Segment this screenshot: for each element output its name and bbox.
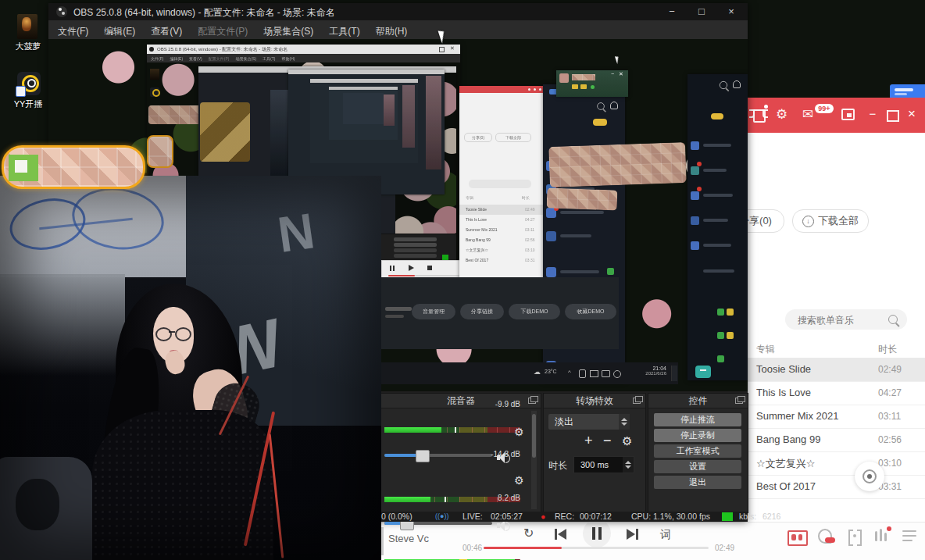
- shape: [857, 530, 862, 546]
- playlist-icon[interactable]: [902, 530, 916, 541]
- audio-device-icon[interactable]: [848, 530, 861, 543]
- mute-speaker-icon[interactable]: [497, 520, 509, 531]
- shape: [534, 88, 536, 91]
- mini-mode-icon[interactable]: [841, 109, 855, 120]
- menu-scene-collection[interactable]: 场景集合(S): [263, 25, 313, 38]
- close-icon: ✕: [619, 71, 623, 77]
- shape: [560, 270, 599, 273]
- player-maximize-button[interactable]: [887, 110, 899, 122]
- popout-icon[interactable]: [735, 398, 743, 404]
- download-all-label: 下载全部: [818, 214, 859, 228]
- previous-track-button[interactable]: [555, 529, 567, 540]
- next-track-button[interactable]: [627, 529, 639, 540]
- mixer-ch2-volume-slider[interactable]: [384, 522, 492, 525]
- sound-quality-seal-icon[interactable]: [788, 530, 808, 546]
- mini-time: 02:56: [525, 237, 535, 242]
- obs-maximize-button[interactable]: □: [688, 3, 715, 20]
- tray-icon: [590, 370, 598, 377]
- menu-edit[interactable]: 编辑(E): [104, 25, 135, 38]
- settings-button[interactable]: 设置: [654, 460, 741, 473]
- menu-file[interactable]: 文件(F): [58, 25, 88, 38]
- shape: [621, 418, 627, 421]
- pause-button[interactable]: [583, 519, 611, 548]
- mixer-ch1-settings-icon[interactable]: ⚙: [514, 426, 524, 438]
- stop-streaming-button[interactable]: 停止推流: [654, 413, 741, 426]
- menu-item: 编辑(E): [170, 56, 183, 61]
- desktop-icon-diablo[interactable]: 大菠萝: [6, 14, 50, 61]
- mini-pill: 下载全部: [495, 133, 531, 142]
- mail-icon[interactable]: ✉: [802, 106, 813, 123]
- obs-close-button[interactable]: ×: [718, 3, 745, 20]
- scrollbar-thumb[interactable]: [532, 414, 536, 458]
- select-spinner[interactable]: [619, 414, 630, 430]
- mini-pill: 分享(0): [464, 133, 492, 142]
- mini-col: 时长: [522, 195, 530, 200]
- locate-current-song-button[interactable]: [855, 462, 884, 491]
- player-close-button[interactable]: ×: [902, 105, 921, 123]
- avatar: [546, 231, 556, 241]
- menu-tools[interactable]: 工具(T): [329, 25, 359, 38]
- vip-chip: [580, 84, 587, 89]
- mixer-ch2-db: -14.8 dB: [381, 450, 520, 458]
- song-row[interactable]: Bang Bang 99 02:56: [741, 428, 925, 452]
- menu-help[interactable]: 帮助(H): [376, 25, 408, 38]
- menu-view[interactable]: 查看(V): [151, 25, 182, 38]
- search-icon[interactable]: [888, 315, 898, 324]
- lyrics-toggle[interactable]: 词: [660, 528, 671, 542]
- controls-dock-titlebar[interactable]: 控件: [648, 394, 748, 408]
- song-row[interactable]: Toosie Slide 02:49: [741, 358, 925, 382]
- play-mode-icon[interactable]: ↻: [523, 526, 534, 540]
- shape: [625, 465, 631, 469]
- green-status-square: [442, 255, 448, 260]
- rec-label: REC:: [555, 512, 574, 522]
- menu-profile[interactable]: 配置文件(P): [198, 25, 248, 38]
- song-row[interactable]: Best Of 2017 03:31: [741, 475, 925, 499]
- player-minimize-button[interactable]: −: [862, 105, 884, 123]
- studio-mode-button[interactable]: 工作室模式: [654, 444, 741, 458]
- titlebar: [310, 79, 418, 83]
- exit-button[interactable]: 退出: [654, 476, 741, 489]
- mixer-scrollbar[interactable]: [531, 411, 537, 509]
- obs-logo-icon: [149, 47, 154, 52]
- desktop-icon-yy[interactable]: YY开播: [6, 72, 50, 119]
- now-playing-title[interactable]: Steve Vc: [388, 533, 429, 544]
- sound-effect-icon[interactable]: [818, 529, 835, 544]
- captured-taskbar: ☁ 23°C ^ 21:04 2021/6/26: [380, 362, 678, 384]
- song-title: Best Of 2017: [756, 480, 816, 492]
- duration-field[interactable]: 300 ms: [573, 456, 634, 473]
- mixer-ch3-db: 8.2 dB: [381, 494, 520, 502]
- pause-icon: [390, 266, 391, 271]
- remove-transition-button[interactable]: −: [603, 433, 612, 449]
- transitions-dock-titlebar[interactable]: 转场特效: [544, 394, 645, 408]
- settings-gear-icon[interactable]: ⚙: [776, 106, 788, 123]
- menu-item: 工具(T): [262, 56, 275, 61]
- shape: [703, 169, 727, 172]
- obs-minimize-button[interactable]: −: [659, 3, 685, 20]
- transition-select[interactable]: 淡出: [548, 414, 630, 430]
- vip-badge: [717, 355, 724, 362]
- menu-item: 文件(F): [151, 56, 163, 61]
- popout-icon[interactable]: [633, 398, 641, 404]
- pill-label: 下载DEMO: [521, 309, 548, 314]
- song-row[interactable]: Summer Mix 2021 03:11: [741, 405, 925, 429]
- cpu-fps: CPU: 1.1%, 30.00 fps: [631, 512, 710, 522]
- obs-titlebar[interactable]: OBS 25.0.8 (64-bit, windows) - 配置文件: 未命名…: [48, 3, 748, 20]
- add-transition-button[interactable]: +: [584, 433, 593, 449]
- playlist-search[interactable]: [785, 309, 907, 330]
- shape: [703, 194, 733, 197]
- mini-song: Summer Mix 2021: [466, 227, 498, 232]
- song-row[interactable]: ☆文艺复兴☆ 03:10: [741, 451, 925, 476]
- song-title: ☆文艺复兴☆: [756, 457, 815, 471]
- search-input[interactable]: [796, 312, 885, 328]
- popout-icon[interactable]: [528, 398, 536, 404]
- transition-settings-icon[interactable]: ⚙: [622, 434, 632, 448]
- progress-track[interactable]: [484, 547, 709, 549]
- mini-search: [469, 180, 531, 188]
- skin-icon[interactable]: [750, 108, 766, 121]
- duration-spinner[interactable]: [623, 457, 634, 473]
- mixer-ch2-settings-icon[interactable]: ⚙: [514, 474, 524, 487]
- stop-recording-button[interactable]: 停止录制: [654, 429, 741, 442]
- equalizer-icon[interactable]: [875, 529, 891, 543]
- song-row[interactable]: This Is Love 04:27: [741, 381, 925, 405]
- download-all-pill[interactable]: ↓ 下载全部: [792, 209, 869, 233]
